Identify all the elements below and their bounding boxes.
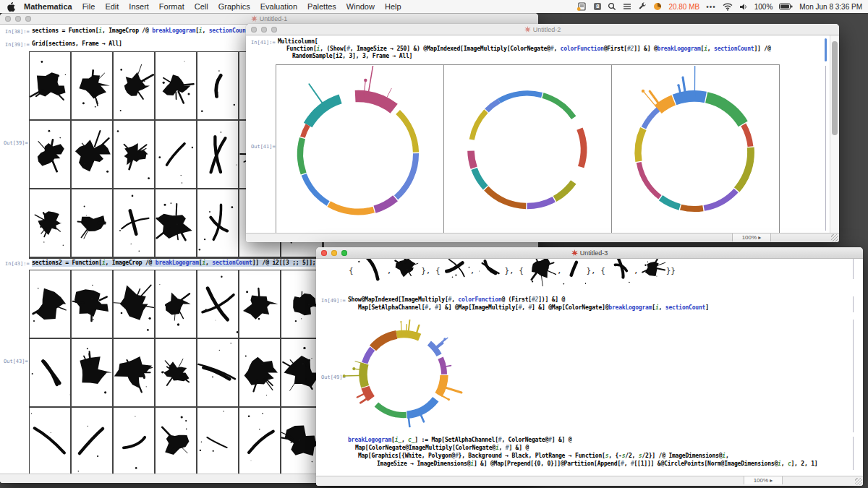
list-brace-token: {	[349, 259, 354, 275]
menu-item-evaluation[interactable]: Evaluation	[260, 2, 297, 11]
zoom-button[interactable]	[25, 16, 31, 22]
input-cell-38[interactable]: sections = Function[i, ImageCrop /@ brea…	[32, 27, 255, 35]
zoom-button[interactable]	[341, 250, 347, 256]
menu-item-format[interactable]: Format	[159, 2, 184, 11]
output-grid-43[interactable]	[29, 270, 324, 477]
battery-icon[interactable]	[779, 3, 793, 10]
code-token: i_	[395, 437, 401, 443]
ink-splatter-image	[197, 121, 238, 188]
menu-item-file[interactable]: File	[82, 2, 95, 11]
grid-cell-splatter	[156, 121, 196, 188]
window-untitled-2[interactable]: Untitled-2 In[41]:= Multicolumn[ Functio…	[246, 24, 839, 242]
cell-bracket[interactable]	[853, 296, 854, 312]
ink-splatter-image	[30, 121, 70, 188]
grid-cell-splatter	[114, 339, 154, 406]
code-token: Map[ColorNegate@ImageMultiply[ColorNegat…	[355, 445, 495, 451]
code-token: ,	[726, 453, 729, 459]
menu-app-name[interactable]: Mathematica	[24, 2, 72, 11]
cell-bracket-selected[interactable]	[825, 38, 827, 61]
zoom-control[interactable]: 100% ▸	[732, 234, 771, 241]
kernel-memory-pie-icon[interactable]	[653, 2, 662, 11]
logogram-panel-3[interactable]	[612, 65, 779, 233]
ink-splatter-image	[197, 270, 238, 338]
menu-bar-clock[interactable]: Mon Jun 8 3:36 PM	[799, 3, 862, 11]
minimize-button[interactable]	[331, 250, 337, 256]
code-token: RandomSample[i2, 3], 3, Frame → All]	[292, 53, 412, 59]
cell-label: In[38]:=	[5, 29, 30, 35]
notification-center-icon[interactable]	[623, 3, 631, 10]
input-cell-49-line2[interactable]: Map[SetAlphaChannel[#, #] &] @Map[ImageM…	[358, 304, 709, 312]
titlebar-untitled-3[interactable]: Untitled-3	[316, 247, 863, 259]
logogram-panel-1[interactable]	[276, 65, 444, 233]
menu-item-graphics[interactable]: Graphics	[218, 2, 250, 11]
zoom-button[interactable]	[271, 27, 277, 33]
cell-label: In[41]:=	[251, 40, 276, 46]
list-splatter-image	[563, 259, 586, 289]
code-token: breakLogogram	[156, 260, 199, 266]
resize-grip[interactable]	[855, 478, 862, 485]
ink-splatter-image	[639, 259, 665, 286]
window-untitled-3[interactable]: Untitled-3 {,}, {,}, {,}, {,}} In[49]:= …	[316, 247, 863, 486]
wrench-icon[interactable]	[638, 2, 647, 11]
resize-grip[interactable]	[831, 234, 838, 241]
cell-bracket[interactable]	[853, 437, 854, 470]
cell-label: In[39]:=	[5, 42, 30, 48]
menu-item-cell[interactable]: Cell	[195, 2, 208, 11]
apple-menu-icon[interactable]	[7, 2, 15, 12]
ink-splatter-image	[392, 259, 420, 286]
close-button[interactable]	[321, 250, 327, 256]
ink-splatter-image	[30, 189, 70, 257]
breaklogogram-def-line4[interactable]: ImageSize → ImageDimensions@i] &] @Map[P…	[377, 461, 817, 468]
minimize-button[interactable]	[15, 16, 21, 22]
volume-icon[interactable]	[739, 3, 748, 11]
logogram-panel-2[interactable]	[444, 65, 612, 233]
minimize-button[interactable]	[261, 27, 267, 33]
output-multicolumn-41[interactable]	[276, 64, 780, 234]
grid-cell-splatter	[114, 121, 154, 188]
input-cell-41-line3[interactable]: RandomSample[i2, 3], 3, Frame → All]	[292, 53, 412, 60]
zoom-control[interactable]: 100% ▸	[744, 476, 783, 484]
memory-usage[interactable]: 20.80 MB	[668, 3, 699, 11]
overflow-menu[interactable]: •••	[706, 3, 716, 11]
code-token: breakLogogram	[658, 46, 701, 52]
vertical-scrollbar[interactable]	[830, 35, 839, 234]
search-icon[interactable]	[608, 2, 616, 11]
menu-item-edit[interactable]: Edit	[105, 2, 119, 11]
wifi-icon[interactable]	[723, 3, 733, 11]
cell-bracket[interactable]	[853, 259, 854, 279]
output-image-list[interactable]: {,}, {,}, {,}, {,}}	[348, 259, 676, 289]
input-cell-49-line1[interactable]: Show@MapIndexed[ImageMultiply[#, colorFu…	[348, 296, 565, 304]
cell-bracket[interactable]	[853, 320, 854, 432]
menu-item-insert[interactable]: Insert	[129, 2, 149, 11]
close-button[interactable]	[5, 16, 11, 22]
input-cell-39[interactable]: Grid[sections, Frame → All]	[32, 40, 122, 48]
ink-splatter-image	[606, 259, 633, 286]
ink-splatter-image	[156, 339, 196, 406]
logogram-ring-output[interactable]	[336, 320, 474, 435]
desktop: { "menu_bar": { "app_name": "Mathematica…	[0, 0, 868, 488]
menu-item-palettes[interactable]: Palettes	[307, 2, 336, 11]
window-title: Untitled-2	[246, 24, 839, 35]
breaklogogram-def-line1[interactable]: breakLogogram[i_, c_] := Map[SetAlphaCha…	[348, 437, 571, 444]
input-source-badge[interactable]: 8	[594, 3, 601, 10]
menu-item-help[interactable]: Help	[385, 2, 401, 11]
list-brace-token: ,	[470, 259, 475, 275]
close-button[interactable]	[251, 27, 257, 33]
code-token: Grid[sections, Frame → All]	[32, 40, 122, 47]
titlebar-untitled-2[interactable]: Untitled-2	[246, 24, 839, 35]
input-cell-41-line2[interactable]: Function[i, (Show[#, ImageSize → 250] &)…	[286, 46, 771, 53]
code-token: ,	[428, 304, 435, 311]
notebook-content: {,}, {,}, {,}, {,}} In[49]:= Show@MapInd…	[316, 259, 863, 486]
menu-item-window[interactable]: Window	[346, 2, 375, 11]
window-status-bar: 100% ▸	[316, 476, 863, 486]
notebooks-warning-icon[interactable]	[576, 2, 587, 11]
logogram-graphic	[613, 66, 778, 232]
breaklogogram-def-line2[interactable]: Map[ColorNegate@ImageMultiply[ColorNegat…	[355, 445, 529, 452]
scrollbar-thumb[interactable]	[832, 41, 838, 135]
input-cell-41-line1[interactable]: Multicolumn[	[278, 38, 318, 46]
titlebar-untitled-1[interactable]: Untitled-1	[0, 13, 538, 25]
grid-cell-splatter	[156, 339, 196, 406]
breaklogogram-def-line3[interactable]: Map[Graphics[{White, Polygon@#}, Backgro…	[358, 453, 729, 460]
input-cell-43[interactable]: sections2 = Function[i, ImageCrop /@ bre…	[32, 260, 315, 267]
cell-bracket-output[interactable]	[825, 66, 826, 231]
